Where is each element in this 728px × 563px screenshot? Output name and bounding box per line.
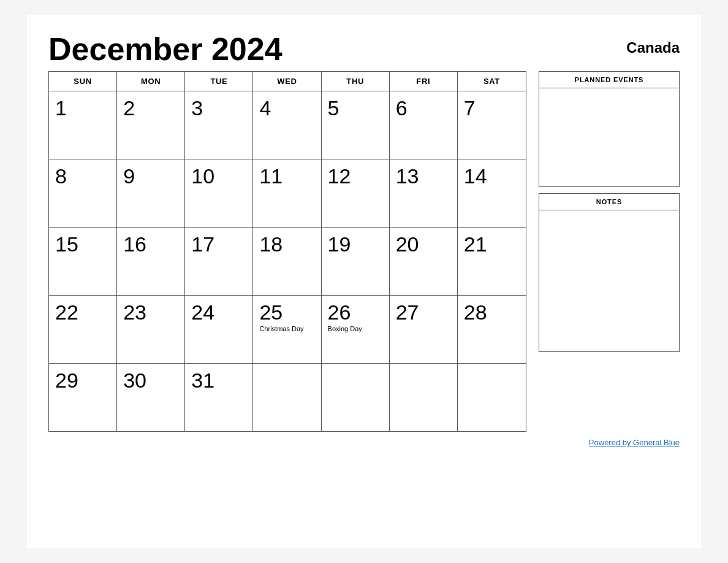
day-cell: 13 [390, 159, 458, 227]
day-number: 31 [191, 370, 248, 391]
day-number: 1 [55, 98, 112, 118]
footer: Powered by General Blue [48, 437, 680, 448]
day-cell: 30 [117, 364, 185, 431]
day-cell: 6 [390, 91, 458, 159]
day-number: 17 [191, 234, 248, 255]
day-number: 12 [328, 166, 384, 186]
day-cell: 18 [253, 228, 321, 295]
day-cell: 16 [117, 228, 185, 295]
powered-by-link[interactable]: Powered by General Blue [589, 438, 680, 447]
day-number: 20 [396, 234, 452, 255]
day-cell: 26Boxing Day [322, 296, 390, 363]
day-number: 21 [464, 234, 521, 255]
day-cell: 17 [185, 228, 253, 295]
day-headers: SUNMONTUEWEDTHUFRISAT [49, 72, 526, 91]
day-header-thu: THU [322, 72, 390, 91]
day-number: 13 [396, 166, 452, 186]
header: December 2024 Canada [48, 33, 680, 65]
day-number: 23 [123, 302, 180, 323]
day-cell: 27 [390, 296, 458, 363]
week-row-5: 293031 [49, 364, 526, 431]
day-number: 10 [191, 166, 248, 186]
day-number: 25 [259, 302, 316, 323]
sidebar: PLANNED EVENTS NOTES [539, 71, 680, 432]
calendar-page: December 2024 Canada SUNMONTUEWEDTHUFRIS… [27, 15, 701, 548]
planned-events-box: PLANNED EVENTS [539, 71, 680, 187]
day-cell: 12 [322, 159, 390, 227]
day-number: 11 [259, 166, 316, 186]
day-cell [458, 364, 526, 431]
day-header-sat: SAT [458, 72, 526, 91]
day-cell [322, 364, 390, 431]
calendar-grid: SUNMONTUEWEDTHUFRISAT 123456789101112131… [48, 71, 526, 432]
day-number: 30 [123, 370, 180, 391]
week-row-1: 1234567 [49, 91, 526, 159]
calendar-section: SUNMONTUEWEDTHUFRISAT 123456789101112131… [48, 71, 526, 432]
day-header-mon: MON [117, 72, 185, 91]
day-cell: 8 [49, 159, 117, 227]
planned-events-content [539, 88, 679, 186]
holiday-label: Boxing Day [328, 325, 384, 332]
day-number: 8 [55, 166, 112, 186]
day-number: 22 [55, 302, 112, 323]
day-number: 19 [328, 234, 384, 255]
day-cell: 14 [458, 159, 526, 227]
notes-title: NOTES [539, 194, 679, 210]
day-cell [253, 364, 321, 431]
day-cell: 5 [322, 91, 390, 159]
notes-box: NOTES [539, 193, 680, 352]
day-number: 27 [396, 302, 452, 323]
day-cell: 3 [185, 91, 253, 159]
day-cell: 19 [322, 228, 390, 295]
day-cell [390, 364, 458, 431]
day-number: 28 [464, 302, 521, 323]
week-row-4: 22232425Christmas Day26Boxing Day2728 [49, 296, 526, 364]
day-number: 26 [328, 302, 384, 323]
day-cell: 1 [49, 91, 117, 159]
planned-events-title: PLANNED EVENTS [539, 72, 679, 88]
day-number: 14 [464, 166, 521, 186]
day-cell: 25Christmas Day [253, 296, 321, 363]
day-number: 9 [123, 166, 180, 186]
day-cell: 28 [458, 296, 526, 363]
day-header-fri: FRI [390, 72, 458, 91]
day-header-wed: WED [253, 72, 321, 91]
holiday-label: Christmas Day [259, 325, 316, 332]
day-cell: 29 [49, 364, 117, 431]
day-cell: 23 [117, 296, 185, 363]
day-header-sun: SUN [49, 72, 117, 91]
day-cell: 24 [185, 296, 253, 363]
day-number: 16 [123, 234, 180, 255]
day-cell: 2 [117, 91, 185, 159]
week-row-3: 15161718192021 [49, 228, 526, 296]
day-number: 7 [464, 98, 521, 118]
month-title: December 2024 [48, 33, 282, 65]
day-number: 29 [55, 370, 112, 391]
day-cell: 11 [253, 159, 321, 227]
day-number: 18 [259, 234, 316, 255]
day-cell: 4 [253, 91, 321, 159]
day-cell: 7 [458, 91, 526, 159]
notes-content [539, 210, 679, 351]
day-number: 5 [328, 98, 384, 118]
day-number: 24 [191, 302, 248, 323]
day-number: 2 [123, 98, 180, 118]
day-number: 4 [259, 98, 316, 118]
day-header-tue: TUE [185, 72, 253, 91]
day-cell: 20 [390, 228, 458, 295]
day-cell: 21 [458, 228, 526, 295]
day-cell: 10 [185, 159, 253, 227]
calendar-weeks: 1234567891011121314151617181920212223242… [49, 91, 526, 431]
day-cell: 9 [117, 159, 185, 227]
day-cell: 31 [185, 364, 253, 431]
week-row-2: 891011121314 [49, 159, 526, 228]
day-number: 3 [191, 98, 248, 118]
country-title: Canada [626, 39, 680, 56]
day-number: 6 [396, 98, 452, 118]
day-number: 15 [55, 234, 112, 255]
main-layout: SUNMONTUEWEDTHUFRISAT 123456789101112131… [48, 71, 680, 432]
day-cell: 22 [49, 296, 117, 363]
day-cell: 15 [49, 228, 117, 295]
